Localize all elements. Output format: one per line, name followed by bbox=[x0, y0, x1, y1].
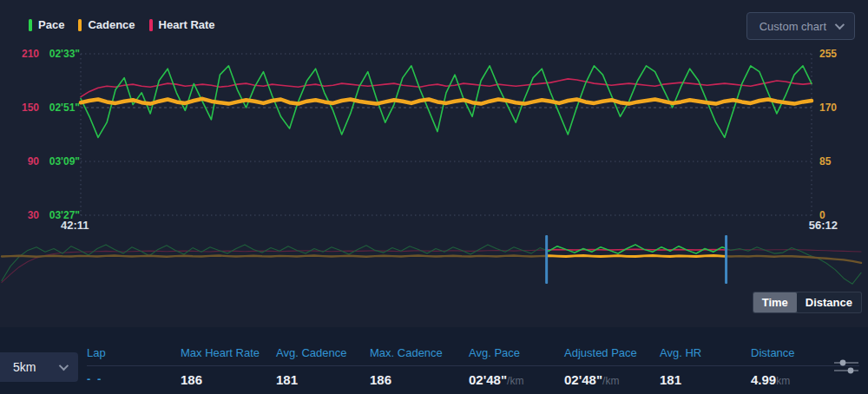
cell-avg-hr: 181 bbox=[660, 372, 751, 387]
selection-handle-right[interactable] bbox=[725, 235, 727, 284]
header-avg-pace[interactable]: Avg. Pace bbox=[469, 346, 564, 359]
time-distance-toggle: Time Distance bbox=[753, 292, 862, 313]
pace-color-chip bbox=[29, 19, 32, 31]
cell-lap: - - bbox=[87, 372, 181, 387]
legend-label-cadence: Cadence bbox=[88, 18, 135, 31]
cell-avg-pace: 02'48"/km bbox=[469, 372, 564, 387]
legend-item-cadence[interactable]: Cadence bbox=[78, 18, 135, 31]
header-avg-hr[interactable]: Avg. HR bbox=[660, 346, 751, 359]
distance-unit: km bbox=[776, 375, 790, 387]
chevron-down-icon bbox=[59, 361, 69, 371]
header-lap[interactable]: Lap bbox=[87, 346, 181, 359]
cell-adjusted-pace: 02'48"/km bbox=[564, 372, 660, 387]
overview-series-heart-rate bbox=[2, 249, 861, 282]
series-cadence bbox=[81, 99, 812, 104]
overview-series-cadence bbox=[2, 256, 861, 263]
legend-label-heart-rate: Heart Rate bbox=[159, 18, 215, 31]
custom-chart-dropdown-label: Custom chart bbox=[760, 20, 826, 33]
table-settings-sliders-icon[interactable] bbox=[833, 358, 859, 376]
activity-analysis-page: Pace Cadence Heart Rate Custom chart 210… bbox=[0, 0, 868, 394]
selection-handle-left[interactable] bbox=[545, 235, 548, 284]
cell-max-cadence: 186 bbox=[370, 372, 469, 387]
table-row[interactable]: - - 186 181 186 02'48"/km 02'48"/km 181 … bbox=[87, 372, 864, 387]
header-adjusted-pace[interactable]: Adjusted Pace bbox=[564, 346, 660, 359]
chevron-down-icon bbox=[835, 20, 845, 30]
heart-rate-color-chip bbox=[149, 19, 153, 31]
header-distance[interactable]: Distance bbox=[751, 346, 864, 359]
legend-label-pace: Pace bbox=[38, 18, 64, 31]
overview-bright-heart-rate bbox=[2, 249, 861, 282]
legend-item-pace[interactable]: Pace bbox=[29, 18, 64, 31]
cell-max-heart-rate: 186 bbox=[181, 372, 276, 387]
adjusted-pace-unit: /km bbox=[602, 375, 619, 387]
cadence-color-chip bbox=[78, 19, 82, 31]
header-max-heart-rate[interactable]: Max Heart Rate bbox=[181, 346, 276, 359]
custom-chart-canvas[interactable] bbox=[0, 0, 868, 326]
legend-item-heart-rate[interactable]: Heart Rate bbox=[149, 18, 215, 31]
chart-legend: Pace Cadence Heart Rate bbox=[29, 18, 215, 31]
custom-chart-dropdown[interactable]: Custom chart bbox=[746, 12, 855, 40]
toggle-distance-button[interactable]: Distance bbox=[797, 292, 861, 312]
overview-dimmed bbox=[2, 245, 861, 284]
lap-distance-select-value: 5km bbox=[13, 360, 59, 374]
table-header-divider bbox=[87, 365, 859, 366]
table-header-row: Lap Max Heart Rate Avg. Cadence Max. Cad… bbox=[87, 346, 864, 359]
avg-pace-unit: /km bbox=[507, 375, 523, 387]
lap-table-section: 5km Lap Max Heart Rate Avg. Cadence Max.… bbox=[0, 327, 868, 394]
overview-series-pace bbox=[2, 245, 861, 284]
lap-distance-select[interactable]: 5km bbox=[0, 352, 78, 382]
header-avg-cadence[interactable]: Avg. Cadence bbox=[276, 346, 370, 359]
header-max-cadence[interactable]: Max. Cadence bbox=[370, 346, 469, 359]
toggle-time-button[interactable]: Time bbox=[753, 292, 797, 312]
cell-avg-cadence: 181 bbox=[276, 372, 370, 387]
